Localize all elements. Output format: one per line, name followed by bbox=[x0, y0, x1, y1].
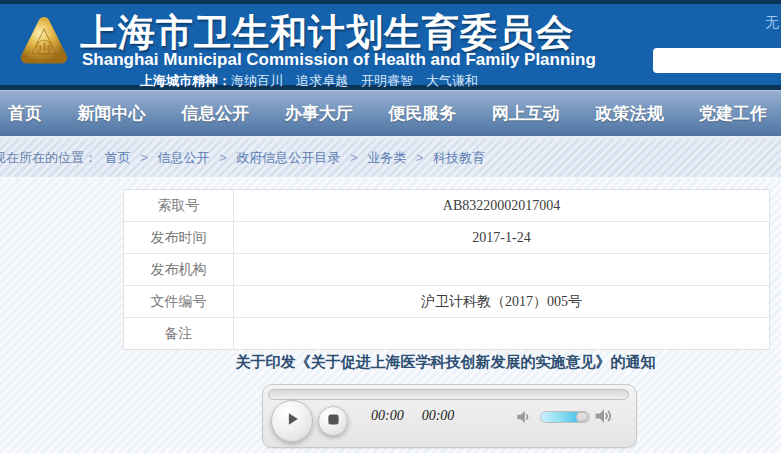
breadcrumb-separator: > bbox=[219, 150, 227, 165]
breadcrumb-label: 现在所在的位置： bbox=[0, 150, 97, 165]
breadcrumb-home[interactable]: 首页 bbox=[105, 150, 131, 165]
time-display: 00:00 00:00 bbox=[371, 408, 454, 424]
elapsed-time: 00:00 bbox=[371, 408, 404, 424]
shanghai-emblem-logo bbox=[20, 11, 68, 71]
breadcrumb-business-category[interactable]: 业务类 bbox=[367, 150, 406, 165]
volume-slider[interactable] bbox=[540, 411, 590, 423]
nav-item-home[interactable]: 首页 bbox=[8, 102, 42, 125]
total-time: 00:00 bbox=[422, 408, 455, 424]
nav-item-news[interactable]: 新闻中心 bbox=[78, 102, 146, 125]
nav-item-service-hall[interactable]: 办事大厅 bbox=[285, 102, 353, 125]
nav-item-online-interaction[interactable]: 网上互动 bbox=[492, 102, 560, 125]
search-input[interactable] bbox=[653, 48, 781, 73]
breadcrumb-separator: > bbox=[416, 150, 424, 165]
slogan-text: 海纳百川 追求卓越 开明睿智 大气谦和 bbox=[231, 73, 478, 88]
nav-item-info-disclosure[interactable]: 信息公开 bbox=[181, 102, 249, 125]
document-info-table: 索取号 AB83220002017004 发布时间 2017-1-24 发布机构… bbox=[123, 189, 770, 350]
stop-icon bbox=[327, 412, 340, 430]
breadcrumb-separator: > bbox=[350, 150, 358, 165]
slogan-label: 上海城市精神： bbox=[140, 73, 231, 88]
document-title: 关于印发《关于促进上海医学科技创新发展的实施意见》的通知 bbox=[123, 353, 768, 372]
breadcrumb-info-disclosure[interactable]: 信息公开 bbox=[157, 150, 209, 165]
table-row-value: 2017-1-24 bbox=[234, 222, 769, 254]
table-row-value bbox=[234, 254, 769, 286]
audio-player: 00:00 00:00 bbox=[262, 384, 637, 448]
stop-button[interactable] bbox=[318, 406, 348, 436]
play-button[interactable] bbox=[271, 400, 313, 442]
table-row-label: 索取号 bbox=[124, 190, 234, 222]
nav-item-party-building[interactable]: 党建工作 bbox=[699, 102, 767, 125]
volume-up-icon[interactable] bbox=[594, 406, 614, 430]
city-spirit-slogan: 上海城市精神：海纳百川 追求卓越 开明睿智 大气谦和 bbox=[140, 72, 478, 90]
breadcrumb-separator: > bbox=[140, 150, 148, 165]
play-icon bbox=[283, 410, 301, 432]
table-row-label: 发布时间 bbox=[124, 222, 234, 254]
breadcrumb-sci-tech-education[interactable]: 科技教育 bbox=[433, 150, 485, 165]
accessibility-link[interactable]: 无 bbox=[765, 14, 779, 32]
table-row-value: 沪卫计科教（2017）005号 bbox=[234, 286, 769, 318]
table-row-label: 文件编号 bbox=[124, 286, 234, 318]
volume-fill bbox=[541, 412, 578, 422]
breadcrumb-gov-info-catalog[interactable]: 政府信息公开目录 bbox=[236, 150, 340, 165]
volume-down-icon[interactable] bbox=[515, 408, 533, 430]
site-title-english: Shanghai Municipal Commission of Health … bbox=[82, 50, 596, 70]
table-row-label: 发布机构 bbox=[124, 254, 234, 286]
seek-bar[interactable] bbox=[268, 389, 629, 400]
nav-item-public-service[interactable]: 便民服务 bbox=[388, 102, 456, 125]
nav-item-policies[interactable]: 政策法规 bbox=[595, 102, 663, 125]
table-row-label: 备注 bbox=[124, 318, 234, 349]
volume-handle[interactable] bbox=[576, 412, 588, 422]
content-area: 索取号 AB83220002017004 发布时间 2017-1-24 发布机构… bbox=[0, 179, 781, 453]
page: 上海市卫生和计划生育委员会 Shanghai Municipal Commiss… bbox=[0, 0, 781, 453]
breadcrumb: 现在所在的位置： 首页 > 信息公开 > 政府信息公开目录 > 业务类 > 科技… bbox=[0, 139, 781, 179]
table-row-value bbox=[234, 318, 769, 349]
table-row-value: AB83220002017004 bbox=[234, 190, 769, 222]
main-nav: 首页 新闻中心 信息公开 办事大厅 便民服务 网上互动 政策法规 党建工作 bbox=[0, 90, 781, 136]
site-header: 上海市卫生和计划生育委员会 Shanghai Municipal Commiss… bbox=[0, 0, 781, 90]
